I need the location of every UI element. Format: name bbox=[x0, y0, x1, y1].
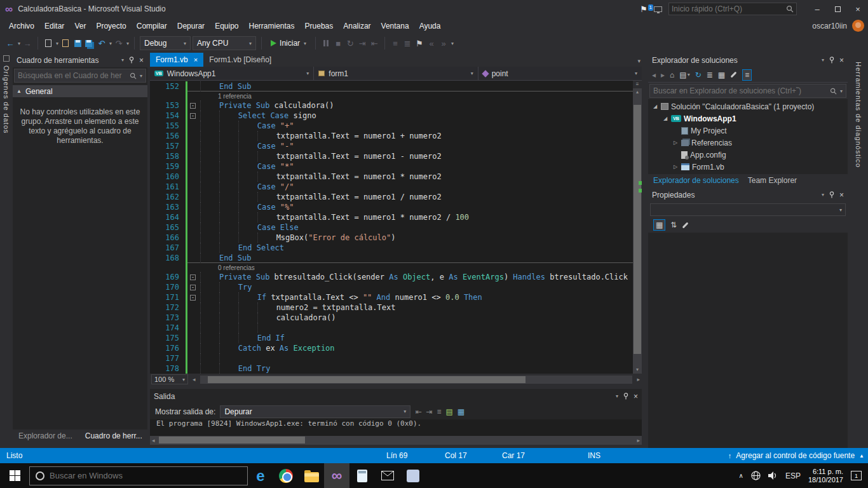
user-avatar[interactable] bbox=[852, 20, 864, 32]
toolbox-section-general[interactable]: ▲ General bbox=[13, 85, 147, 97]
taskbar-calculator-button[interactable] bbox=[349, 463, 375, 488]
refresh-icon[interactable]: ↻ bbox=[695, 71, 702, 79]
solution-explorer-menu-icon[interactable]: ▾ bbox=[822, 57, 824, 63]
solution-search-input[interactable] bbox=[653, 86, 827, 95]
taskbar-search-input[interactable] bbox=[50, 471, 241, 480]
fold-collapse-icon[interactable]: - bbox=[190, 285, 196, 290]
output-title-bar[interactable]: Salida ▾ × bbox=[150, 389, 642, 403]
redo-icon[interactable]: ↷ bbox=[114, 36, 124, 50]
menu-proyecto[interactable]: Proyecto bbox=[91, 19, 131, 33]
bottom-tool-tab[interactable]: Explorador de... bbox=[13, 430, 78, 444]
properties-close-icon[interactable]: × bbox=[839, 191, 844, 200]
code-editor[interactable]: 152 End Sub1 referencia153- Private Sub … bbox=[150, 81, 642, 374]
taskbar-search[interactable] bbox=[29, 466, 248, 485]
horizontal-scrollbar-thumb[interactable] bbox=[208, 376, 526, 383]
taskbar-app-button[interactable] bbox=[400, 463, 426, 488]
collapse-all-icon[interactable]: ≣ bbox=[707, 71, 713, 79]
scroll-right-icon[interactable]: ▸ bbox=[635, 437, 642, 444]
solution-explorer-search[interactable]: ▾ bbox=[649, 84, 846, 98]
solution-platform-dropdown[interactable]: Any CPU▾ bbox=[193, 36, 256, 50]
output-horizontal-scrollbar[interactable]: ◂ ▸ bbox=[150, 436, 642, 445]
quick-launch-search[interactable] bbox=[668, 3, 797, 15]
menu-herramientas[interactable]: Herramientas bbox=[244, 19, 300, 33]
back-icon[interactable]: ◂ bbox=[652, 71, 656, 79]
menu-archivo[interactable]: Archivo bbox=[4, 19, 39, 33]
solution-configuration-dropdown[interactable]: Debug▾ bbox=[140, 36, 191, 50]
solution-explorer-title-bar[interactable]: Explorador de soluciones ▾ × bbox=[648, 53, 848, 67]
properties-icon[interactable] bbox=[730, 74, 737, 76]
output-menu-icon[interactable]: ▾ bbox=[616, 393, 618, 399]
output-source-dropdown[interactable]: Depurar ▾ bbox=[220, 405, 410, 418]
stop-icon[interactable]: ■ bbox=[333, 36, 343, 50]
class-dropdown[interactable]: form1 ▾ bbox=[314, 67, 478, 80]
menu-analizar[interactable]: Analizar bbox=[338, 19, 376, 33]
zoom-dropdown[interactable]: 100 % ▾ bbox=[151, 374, 188, 384]
toolbox-search[interactable]: ▾ bbox=[14, 69, 146, 83]
document-tab[interactable]: Form1.vb [Diseño] bbox=[203, 53, 277, 67]
tab-list-dropdown-icon[interactable]: ▾ bbox=[637, 58, 641, 64]
close-tab-icon[interactable]: × bbox=[194, 56, 198, 64]
fold-collapse-icon[interactable]: - bbox=[190, 113, 196, 119]
quick-launch-input[interactable] bbox=[672, 4, 786, 13]
alphabetical-icon[interactable]: ⇅ bbox=[670, 220, 677, 229]
categorized-icon[interactable]: ▦ bbox=[653, 219, 665, 231]
pin-icon[interactable] bbox=[128, 57, 135, 64]
solution-explorer-close-icon[interactable]: × bbox=[839, 56, 844, 65]
taskbar-mail-button[interactable] bbox=[375, 463, 400, 488]
bookmark-flag-icon[interactable]: ⚑ bbox=[414, 36, 424, 50]
expander-icon[interactable]: ◢ bbox=[662, 116, 668, 121]
menu-compilar[interactable]: Compilar bbox=[132, 19, 172, 33]
scroll-up-icon[interactable]: ▴ bbox=[633, 88, 642, 96]
hot-reload-icon[interactable] bbox=[321, 36, 331, 50]
home-icon[interactable]: ⌂ bbox=[670, 71, 674, 79]
bottom-tool-tab[interactable]: Cuadro de herr... bbox=[79, 430, 148, 444]
new-file-icon[interactable] bbox=[43, 36, 53, 50]
sync-with-active-document-icon[interactable]: ≡ bbox=[742, 69, 752, 81]
toolbox-search-input[interactable] bbox=[18, 71, 127, 80]
prev-bookmark-icon[interactable]: « bbox=[426, 36, 437, 50]
forward-icon[interactable]: ▸ bbox=[661, 71, 665, 79]
word-wrap-icon[interactable]: ▦ bbox=[458, 407, 465, 416]
clear-all-icon[interactable]: ▤ bbox=[446, 407, 453, 416]
start-debug-button[interactable]: Iniciar ▾ bbox=[267, 36, 310, 50]
search-options-icon[interactable]: ▾ bbox=[840, 88, 843, 94]
taskbar-file-explorer-button[interactable] bbox=[299, 463, 324, 488]
output-log[interactable]: El programa [9824] WindowsApp1.exe: term… bbox=[150, 419, 642, 436]
toolbox-menu-icon[interactable]: ▾ bbox=[121, 57, 124, 63]
member-dropdown[interactable]: point ▾ bbox=[478, 67, 642, 80]
prev-message-icon[interactable]: ⇤ bbox=[415, 407, 421, 416]
close-button[interactable]: × bbox=[848, 0, 868, 18]
tool-window-tab[interactable]: Team Explorer bbox=[748, 176, 797, 187]
tree-item[interactable]: ▷Form1.vb bbox=[648, 161, 848, 173]
restart-icon[interactable]: ↻ bbox=[345, 36, 355, 50]
source-control-button[interactable]: ↑ Agregar al control de código fuente ▲ bbox=[728, 448, 864, 463]
tray-expand-icon[interactable]: ∧ bbox=[739, 472, 743, 479]
menu-editar[interactable]: Editar bbox=[39, 19, 69, 33]
codelens-row[interactable]: 1 referencia bbox=[150, 92, 633, 100]
show-all-files-icon[interactable]: ▦ bbox=[718, 71, 725, 79]
start-dropdown-icon[interactable]: ▾ bbox=[304, 41, 306, 46]
undo-icon[interactable]: ↶ bbox=[97, 36, 107, 50]
property-pages-icon[interactable] bbox=[682, 224, 689, 226]
menu-pruebas[interactable]: Pruebas bbox=[300, 19, 339, 33]
tree-item[interactable]: ◢VBWindowsApp1 bbox=[648, 112, 848, 125]
indent-icon[interactable]: ≡ bbox=[390, 36, 400, 50]
scroll-right-icon[interactable]: ▸ bbox=[635, 376, 642, 383]
data-sources-tab-icon[interactable] bbox=[3, 55, 10, 62]
properties-object-dropdown[interactable]: ▾ bbox=[650, 203, 846, 216]
user-name[interactable]: oscar10iin bbox=[812, 22, 847, 30]
properties-grid[interactable] bbox=[648, 233, 848, 449]
messages-icon[interactable]: ≡ bbox=[437, 407, 442, 416]
navigate-back-icon[interactable]: ← bbox=[5, 36, 15, 50]
switch-views-icon[interactable]: ▤▾ bbox=[679, 71, 689, 79]
output-close-icon[interactable]: × bbox=[634, 392, 638, 401]
tree-item[interactable]: My Project bbox=[648, 125, 848, 137]
toolbox-title-bar[interactable]: Cuadro de herramientas ▾ × bbox=[13, 53, 147, 67]
scroll-down-icon[interactable]: ▾ bbox=[633, 366, 642, 374]
taskbar-edge-button[interactable]: e bbox=[248, 463, 273, 488]
save-icon[interactable] bbox=[72, 36, 83, 50]
chevron-up-icon[interactable]: ▲ bbox=[859, 453, 864, 459]
menu-ventana[interactable]: Ventana bbox=[376, 19, 414, 33]
action-center-icon[interactable]: 1 bbox=[851, 471, 862, 480]
properties-title-bar[interactable]: Propiedades ▾ × bbox=[648, 187, 848, 202]
